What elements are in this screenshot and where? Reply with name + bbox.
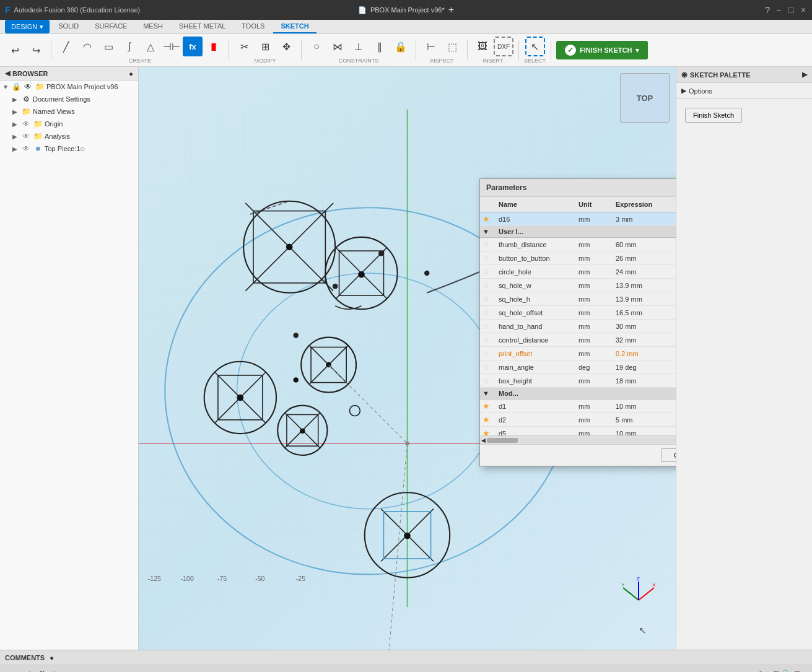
view-cube[interactable]: TOP <box>620 73 670 123</box>
rect-tool[interactable]: ▭ <box>98 37 118 56</box>
star-sqoff[interactable]: ☆ <box>480 306 496 319</box>
nav-icon-4[interactable]: ⊡ <box>794 670 800 673</box>
poly-tool[interactable]: △ <box>141 37 160 56</box>
maximize-btn[interactable]: □ <box>787 6 795 14</box>
param-row-d16[interactable]: ★ d16 mm 3 mm <box>480 212 676 226</box>
help-icon[interactable]: ? <box>765 5 770 15</box>
palette-expand-icon[interactable]: ◉ <box>681 71 688 79</box>
star-d1[interactable]: ★ <box>480 399 496 412</box>
star-d16[interactable]: ★ <box>480 212 496 225</box>
insert-dxf[interactable]: DXF <box>494 37 513 56</box>
tangent-constraint[interactable]: ⋈ <box>328 37 347 56</box>
browser-collapse[interactable]: ● <box>129 70 133 77</box>
palette-collapse-icon[interactable]: ▶ <box>802 71 807 79</box>
param-row-thumb_distance[interactable]: ☆ thumb_distance mm 60 mm <box>480 238 676 251</box>
tab-tools[interactable]: TOOLS <box>234 20 272 33</box>
nav-icon-5[interactable]: ≡ <box>803 670 807 673</box>
design-button[interactable]: DESIGN ▾ <box>5 20 50 33</box>
star-circle[interactable]: ☆ <box>480 265 496 278</box>
star-print[interactable]: ☆ <box>480 347 496 360</box>
move-tool[interactable]: ✥ <box>276 37 296 56</box>
dim-tool[interactable]: ⊣⊢ <box>162 37 181 56</box>
hscroll-thumb[interactable] <box>487 438 518 443</box>
star-h2h[interactable]: ☆ <box>480 320 496 333</box>
nav-play[interactable]: ⏸ <box>35 668 49 673</box>
analysis-eye-icon[interactable]: 👁 <box>21 131 31 141</box>
circle-constraint[interactable]: ○ <box>307 37 326 56</box>
param-row-hand_to_hand[interactable]: ☆ hand_to_hand mm 30 mm <box>480 320 676 333</box>
browser-item-analysis[interactable]: ▶ 👁 📁 Analysis <box>0 130 138 142</box>
section-tool[interactable]: ⬚ <box>442 37 462 56</box>
redo-button[interactable]: ↪ <box>26 40 46 60</box>
param-row-circle_hole[interactable]: ☆ circle_hole mm 24 mm <box>480 265 676 279</box>
star-sqw[interactable]: ☆ <box>480 279 496 292</box>
origin-eye-icon[interactable]: 👁 <box>21 119 31 129</box>
toppiece-eye-icon[interactable]: 👁 <box>21 144 31 154</box>
param-row-sq_hole_offset[interactable]: ☆ sq_hole_offset mm 16.5 mm <box>480 306 676 320</box>
viewport[interactable]: -125 -100 -75 -50 -25 0 -125 -100 -75 -5… <box>139 67 676 650</box>
perp-constraint[interactable]: ⊥ <box>349 37 369 56</box>
param-row-btn2btn[interactable]: ☆ button_to_button mm 26 mm <box>480 251 676 265</box>
star-sqh[interactable]: ☆ <box>480 292 496 305</box>
nav-icon-3[interactable]: 🔍 <box>782 670 792 673</box>
param-row-box_height[interactable]: ☆ box_height mm 18 mm <box>480 374 676 388</box>
browser-item-docsettings[interactable]: ▶ ⚙ Document Settings <box>0 93 138 105</box>
params-hscroll[interactable]: ◀ ▶ <box>480 435 676 444</box>
close-btn[interactable]: × <box>800 6 807 14</box>
insert-image[interactable]: 🖼 <box>473 37 492 56</box>
star-box[interactable]: ☆ <box>480 374 496 387</box>
user-section-collapse[interactable]: ▼ <box>482 228 499 235</box>
param-row-d2[interactable]: ★ d2 mm 5 mm <box>480 413 676 427</box>
star-ctrl[interactable]: ☆ <box>480 333 496 346</box>
tab-sheetmetal[interactable]: SHEET METAL <box>172 20 233 33</box>
params-ok-button[interactable]: OK <box>661 448 676 462</box>
tab-solid[interactable]: SOLID <box>51 20 86 33</box>
browser-item-toppiece[interactable]: ▶ 👁 ■ Top Piece:1 ⊙ <box>0 142 138 155</box>
spline-tool[interactable]: ∫ <box>120 37 139 56</box>
parallel-constraint[interactable]: ∥ <box>370 37 390 56</box>
browser-nav-back[interactable]: ◀ <box>5 69 10 77</box>
minimize-btn[interactable]: − <box>775 6 782 14</box>
section-model[interactable]: ▼ Mod... <box>480 388 676 399</box>
arc-tool[interactable]: ◠ <box>77 37 97 56</box>
browser-item-root[interactable]: ▼ 🔒 👁 📁 PBOX Main Project v96 <box>0 81 138 93</box>
param-row-sq_hole_h[interactable]: ☆ sq_hole_h mm 13.9 mm <box>480 292 676 306</box>
star-d2[interactable]: ★ <box>480 413 496 426</box>
hscroll-left[interactable]: ◀ <box>481 437 486 443</box>
tab-mesh[interactable]: MESH <box>136 20 170 33</box>
fx-tool[interactable]: fx <box>183 37 203 56</box>
param-row-control_distance[interactable]: ☆ control_distance mm 32 mm <box>480 333 676 347</box>
extend-tool[interactable]: ⊞ <box>255 37 275 56</box>
tab-surface[interactable]: SURFACE <box>87 20 134 33</box>
param-row-d5[interactable]: ★ d5 mm 10 mm <box>480 427 676 435</box>
section-user[interactable]: ▼ User I... <box>480 226 676 238</box>
star-angle[interactable]: ☆ <box>480 360 496 373</box>
browser-item-namedviews[interactable]: ▶ 📁 Named Views <box>0 105 138 118</box>
trim-tool[interactable]: ✂ <box>234 37 254 56</box>
mirror-tool[interactable]: ▐▌ <box>204 37 224 56</box>
nav-next[interactable]: ▶ <box>51 668 63 673</box>
param-row-print_offset[interactable]: ☆ print_offset mm 0.2 mm <box>480 347 676 360</box>
model-section-collapse[interactable]: ▼ <box>482 390 499 397</box>
undo-button[interactable]: ↩ <box>5 40 25 60</box>
finish-sketch-panel-button[interactable]: Finish Sketch <box>685 108 742 123</box>
star-btn2btn[interactable]: ☆ <box>480 251 496 264</box>
lock-constraint[interactable]: 🔒 <box>391 37 411 56</box>
root-eye-icon[interactable]: 👁 <box>23 82 33 92</box>
star-d5[interactable]: ★ <box>480 427 496 435</box>
browser-item-origin[interactable]: ▶ 👁 📁 Origin <box>0 118 138 130</box>
select-tool[interactable]: ↖ <box>525 37 545 56</box>
new-tab-btn[interactable]: + <box>448 4 454 15</box>
nav-icon-1[interactable]: ⊕↗ <box>757 670 770 673</box>
nav-icon-2[interactable]: 🖥 <box>772 670 780 673</box>
star-thumb[interactable]: ☆ <box>480 238 496 251</box>
comments-expand[interactable]: ● <box>50 654 54 661</box>
param-row-d1[interactable]: ★ d1 mm 10 mm <box>480 399 676 413</box>
nav-first[interactable]: ⏮ <box>5 668 19 673</box>
finish-sketch-button[interactable]: ✓ FINISH SKETCH ▾ <box>556 41 648 59</box>
params-body[interactable]: ★ d16 mm 3 mm ▼ User I... ☆ thumb_d <box>480 212 676 435</box>
nav-last[interactable]: ⏭ <box>66 668 79 673</box>
options-toggle[interactable]: ▶ Options <box>681 87 807 95</box>
measure-tool[interactable]: ⊢ <box>421 37 441 56</box>
hscroll-track[interactable] <box>487 438 676 443</box>
